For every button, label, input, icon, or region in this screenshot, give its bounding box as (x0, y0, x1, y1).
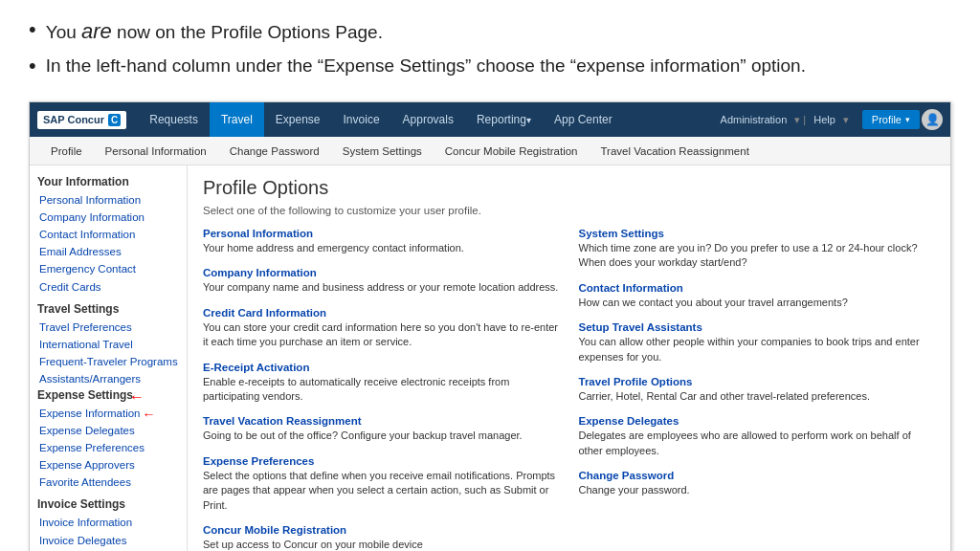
sub-nav-change-password[interactable]: Change Password (218, 137, 331, 165)
sidebar-link-assistants[interactable]: Assistants/Arrangers (37, 371, 179, 386)
sub-nav-system-settings[interactable]: System Settings (331, 137, 434, 165)
profile-button[interactable]: Profile (862, 110, 920, 129)
sidebar-link-invoice-delegates[interactable]: Invoice Delegates (37, 533, 179, 548)
sidebar-link-invoice-info[interactable]: Invoice Information (37, 515, 179, 530)
section-desc-company-info: Your company name and business address o… (203, 280, 560, 295)
nav-separator-1: ▾ | (792, 114, 808, 126)
section-title-company-info[interactable]: Company Information (203, 267, 560, 278)
main-content: Your Information Personal Information Co… (30, 165, 950, 551)
sub-nav-personal-info[interactable]: Personal Information (94, 137, 218, 165)
sidebar-link-company-info[interactable]: Company Information (37, 209, 179, 225)
section-desc-system-settings: Which time zone are you in? Do you prefe… (579, 241, 936, 271)
content-right-col: System Settings Which time zone are you … (579, 228, 936, 551)
page-subtitle: Select one of the following to customize… (203, 205, 935, 216)
section-system-settings: System Settings Which time zone are you … (579, 228, 936, 271)
nav-separator-2: ▾ (841, 114, 851, 126)
section-concur-mobile: Concur Mobile Registration Set up access… (203, 524, 560, 551)
sidebar-link-expense-prefs[interactable]: Expense Preferences (37, 440, 179, 455)
section-setup-travel-assistants: Setup Travel Assistants You can allow ot… (579, 321, 936, 364)
bullet-dot-1: • (29, 17, 36, 42)
sidebar-link-credit-cards[interactable]: Credit Cards (37, 279, 179, 295)
section-desc-travel-vacation: Going to be out of the office? Configure… (203, 429, 560, 443)
nav-approvals[interactable]: Approvals (391, 102, 465, 137)
nav-invoice[interactable]: Invoice (332, 102, 391, 137)
sidebar-link-travel-prefs[interactable]: Travel Preferences (37, 320, 179, 335)
top-nav: SAP Concur C Requests Travel Expense Inv… (30, 102, 950, 137)
section-company-info: Company Information Your company name an… (203, 267, 560, 295)
section-title-personal-info[interactable]: Personal Information (203, 228, 560, 239)
sidebar: Your Information Personal Information Co… (30, 165, 188, 551)
bullet-dot-2: • (29, 54, 36, 78)
nav-reporting[interactable]: Reporting (465, 102, 543, 137)
nav-expense[interactable]: Expense (264, 102, 332, 137)
user-avatar-icon: 👤 (922, 109, 943, 130)
top-nav-right: Administration ▾ | Help ▾ Profile 👤 (717, 109, 943, 130)
sub-nav: Profile Personal Information Change Pass… (30, 137, 950, 165)
section-desc-change-password: Change your password. (579, 483, 936, 497)
content-left-col: Personal Information Your home address a… (203, 228, 560, 551)
section-credit-card-info: Credit Card Information You can store yo… (203, 307, 560, 350)
content-grid: Personal Information Your home address a… (203, 228, 935, 551)
section-title-e-receipt[interactable]: E-Receipt Activation (203, 362, 560, 373)
sidebar-section-expense-settings: Expense Settings (37, 388, 133, 402)
section-desc-e-receipt: Enable e-receipts to automatically recei… (203, 375, 560, 405)
sub-nav-travel-vacation[interactable]: Travel Vacation Reassignment (590, 137, 761, 165)
sidebar-link-favorite-attendees[interactable]: Favorite Attendees (37, 474, 179, 490)
sap-concur-logo: SAP Concur C (37, 111, 126, 129)
sidebar-link-personal-info[interactable]: Personal Information (37, 192, 179, 208)
section-personal-info: Personal Information Your home address a… (203, 228, 560, 255)
section-title-change-password[interactable]: Change Password (579, 470, 936, 481)
bullet-2: • In the left-hand column under the “Exp… (29, 54, 951, 78)
section-desc-contact-info: How can we contact you about your travel… (579, 296, 936, 310)
sidebar-link-email-addresses[interactable]: Email Addresses (37, 244, 179, 259)
section-desc-expense-prefs: Select the options that define when you … (203, 469, 560, 513)
section-title-travel-profile[interactable]: Travel Profile Options (579, 376, 936, 387)
admin-link[interactable]: Administration (717, 114, 791, 125)
section-desc-concur-mobile: Set up access to Concur on your mobile d… (203, 538, 560, 551)
sidebar-section-travel-settings: Travel Settings (37, 302, 179, 316)
section-title-system-settings[interactable]: System Settings (579, 228, 936, 239)
sidebar-link-intl-travel[interactable]: International Travel (37, 337, 179, 352)
sidebar-section-your-information: Your Information (37, 175, 179, 188)
section-travel-profile: Travel Profile Options Carrier, Hotel, R… (579, 376, 936, 404)
section-title-concur-mobile[interactable]: Concur Mobile Registration (203, 524, 560, 536)
nav-requests[interactable]: Requests (138, 102, 210, 137)
section-desc-travel-profile: Carrier, Hotel, Rental Car and other tra… (579, 389, 936, 404)
section-expense-prefs: Expense Preferences Select the options t… (203, 455, 560, 513)
section-travel-vacation: Travel Vacation Reassignment Going to be… (203, 415, 560, 443)
nav-app-center[interactable]: App Center (543, 102, 624, 137)
expense-info-red-arrow: ← (142, 407, 155, 422)
slide-area: • You are now on the Profile Options Pag… (0, 0, 980, 96)
are-italic: are (81, 19, 112, 43)
sidebar-link-contact-info[interactable]: Contact Information (37, 227, 179, 242)
top-nav-left: SAP Concur C Requests Travel Expense Inv… (37, 102, 624, 137)
page-title: Profile Options (203, 177, 935, 199)
bullet-text-1: You are now on the Profile Options Page. (46, 17, 951, 46)
section-expense-delegates: Expense Delegates Delegates are employee… (579, 415, 936, 458)
section-title-setup-travel-assistants[interactable]: Setup Travel Assistants (579, 321, 936, 333)
sidebar-link-expense-delegates[interactable]: Expense Delegates (37, 423, 179, 438)
section-title-expense-prefs[interactable]: Expense Preferences (203, 455, 560, 467)
nav-travel[interactable]: Travel (210, 102, 264, 137)
section-title-credit-card[interactable]: Credit Card Information (203, 307, 560, 319)
section-e-receipt: E-Receipt Activation Enable e-receipts t… (203, 362, 560, 405)
section-title-travel-vacation[interactable]: Travel Vacation Reassignment (203, 415, 560, 427)
bullet-text-2: In the left-hand column under the “Expen… (46, 54, 951, 78)
concur-c-icon: C (108, 114, 121, 126)
section-title-expense-delegates[interactable]: Expense Delegates (579, 415, 936, 427)
bullet-1: • You are now on the Profile Options Pag… (29, 17, 951, 46)
expense-settings-red-arrow: ← (129, 388, 145, 406)
sub-nav-concur-mobile[interactable]: Concur Mobile Registration (434, 137, 590, 165)
sidebar-link-expense-approvers[interactable]: Expense Approvers (37, 457, 179, 473)
section-desc-setup-travel-assistants: You can allow other people within your c… (579, 335, 936, 364)
help-link[interactable]: Help (810, 114, 839, 125)
section-contact-info: Contact Information How can we contact y… (579, 282, 936, 310)
section-desc-credit-card: You can store your credit card informati… (203, 320, 560, 350)
section-title-contact-info[interactable]: Contact Information (579, 282, 936, 294)
sidebar-link-expense-info[interactable]: Expense Information (37, 406, 140, 421)
sidebar-link-emergency-contact[interactable]: Emergency Contact (37, 261, 179, 276)
section-desc-personal-info: Your home address and emergency contact … (203, 241, 560, 255)
sub-nav-profile[interactable]: Profile (39, 137, 94, 165)
section-change-password: Change Password Change your password. (579, 470, 936, 497)
sidebar-link-frequent-traveler[interactable]: Frequent-Traveler Programs (37, 354, 179, 369)
